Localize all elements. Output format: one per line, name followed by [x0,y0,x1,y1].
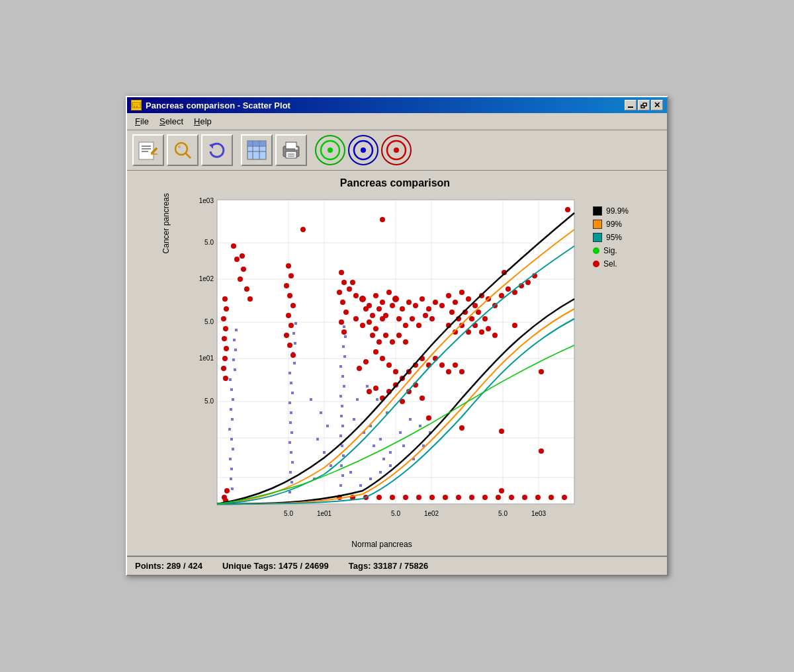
svg-point-277 [469,495,474,500]
svg-text:5.0: 5.0 [204,239,214,246]
undo-button[interactable] [201,134,233,166]
svg-rect-103 [339,395,342,398]
green-circle-button[interactable] [315,135,345,165]
svg-point-276 [456,495,461,500]
edit-button[interactable] [132,134,164,166]
svg-point-205 [419,296,425,302]
svg-rect-136 [409,418,412,421]
svg-line-14 [185,153,191,158]
svg-point-195 [360,323,365,328]
svg-point-180 [343,310,349,315]
svg-point-279 [496,495,501,500]
svg-rect-77 [234,368,236,371]
svg-point-270 [376,495,382,500]
svg-rect-124 [353,418,355,421]
svg-point-165 [231,243,236,249]
svg-rect-95 [293,362,296,364]
menu-help[interactable]: Help [189,114,217,128]
svg-rect-142 [349,471,352,474]
svg-rect-28 [295,147,298,149]
svg-point-163 [247,296,253,302]
svg-point-287 [512,323,517,328]
svg-point-215 [370,333,375,338]
svg-text:5.0: 5.0 [284,510,293,517]
svg-point-178 [337,290,342,295]
svg-rect-112 [339,484,342,487]
svg-rect-130 [376,398,378,401]
svg-rect-114 [342,345,345,348]
chart-wrapper: Cancer pancreas [161,193,629,537]
svg-point-275 [443,495,448,500]
svg-rect-90 [290,451,292,454]
menu-select[interactable]: Select [154,114,189,128]
svg-point-159 [234,257,240,262]
svg-point-282 [535,495,541,500]
svg-rect-101 [341,375,344,378]
window-title: Pancreas comparison - Scatter Plot [146,101,290,110]
svg-point-224 [453,300,458,305]
legend-item-sig: Sig. [593,246,629,255]
blue-circle-button[interactable] [348,135,378,165]
svg-point-236 [482,316,488,321]
svg-rect-115 [344,335,347,338]
svg-rect-6 [643,103,646,106]
svg-point-167 [288,273,294,278]
svg-rect-146 [389,464,392,467]
print-button[interactable] [275,134,307,166]
svg-point-301 [373,386,378,391]
red-circle-button[interactable] [381,135,412,165]
svg-rect-127 [382,458,385,460]
svg-text:1e01: 1e01 [199,355,214,362]
svg-point-291 [499,488,504,493]
svg-point-271 [390,495,395,500]
svg-point-272 [403,495,408,500]
svg-text:5.0: 5.0 [391,510,400,517]
svg-point-204 [413,303,418,308]
svg-point-153 [222,356,228,361]
svg-rect-113 [343,355,346,358]
svg-point-169 [287,293,292,298]
svg-point-166 [286,263,291,269]
chart-container: 1e03 5.0 1e02 5.0 1e01 5.0 5.0 1e01 5.0 … [177,193,588,537]
table-button[interactable] [241,134,273,166]
svg-point-30 [328,147,333,153]
svg-point-175 [290,353,296,358]
close-button[interactable]: ✕ [651,100,663,110]
minimize-button[interactable] [625,100,637,110]
svg-point-147 [222,296,228,302]
svg-rect-98 [292,332,295,335]
svg-rect-84 [291,392,294,394]
svg-point-225 [459,290,464,295]
svg-point-263 [453,362,458,368]
svg-point-191 [376,306,382,312]
svg-point-164 [240,253,245,259]
svg-marker-16 [209,144,213,149]
maximize-button[interactable] [638,100,650,110]
svg-rect-134 [389,451,392,454]
svg-point-302 [367,389,372,394]
svg-rect-135 [399,431,402,434]
svg-text:1e02: 1e02 [424,510,439,517]
svg-point-32 [361,147,366,153]
svg-point-170 [290,303,296,308]
svg-rect-108 [341,444,343,447]
svg-rect-83 [290,382,292,384]
svg-point-197 [373,326,378,331]
svg-point-266 [357,366,362,371]
menu-bar: File Select Help [127,113,667,130]
svg-point-34 [394,147,399,153]
svg-point-218 [390,339,395,345]
svg-point-252 [380,356,385,361]
svg-point-202 [400,306,405,312]
svg-point-150 [223,326,228,331]
chart-title: Pancreas comparison [340,177,450,189]
svg-rect-24 [286,142,296,149]
svg-rect-128 [356,398,359,401]
svg-point-177 [341,280,347,285]
svg-rect-105 [340,415,343,417]
svg-point-231 [449,310,455,315]
svg-text:5.0: 5.0 [204,398,214,405]
menu-file[interactable]: File [130,114,154,128]
svg-point-253 [386,362,392,368]
search-button[interactable] [167,134,198,166]
